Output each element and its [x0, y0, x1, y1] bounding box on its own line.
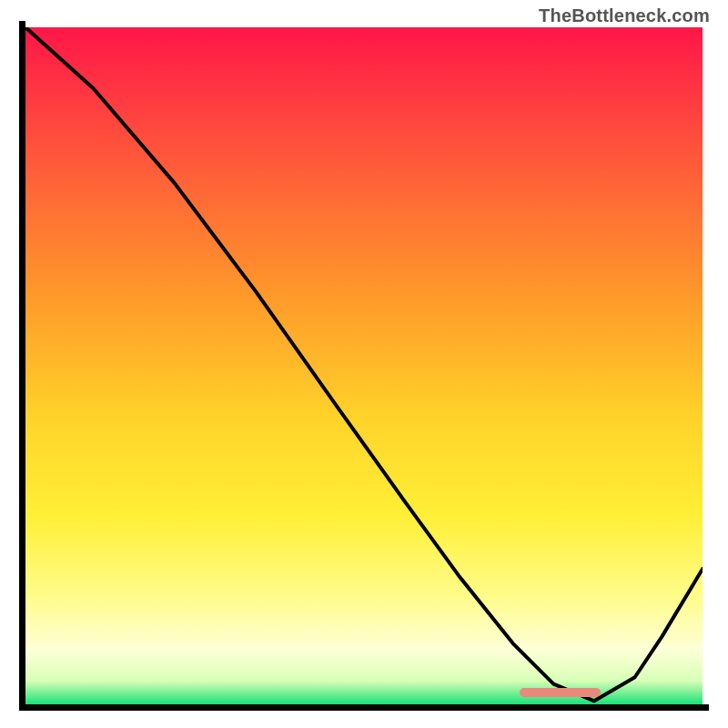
- optimal-range-marker: [520, 688, 601, 697]
- series-svg: [25, 27, 703, 704]
- chart-container: TheBottleneck.com: [0, 0, 728, 728]
- bottleneck-curve: [25, 27, 703, 701]
- watermark-label: TheBottleneck.com: [539, 5, 710, 26]
- plot-area: [25, 27, 703, 704]
